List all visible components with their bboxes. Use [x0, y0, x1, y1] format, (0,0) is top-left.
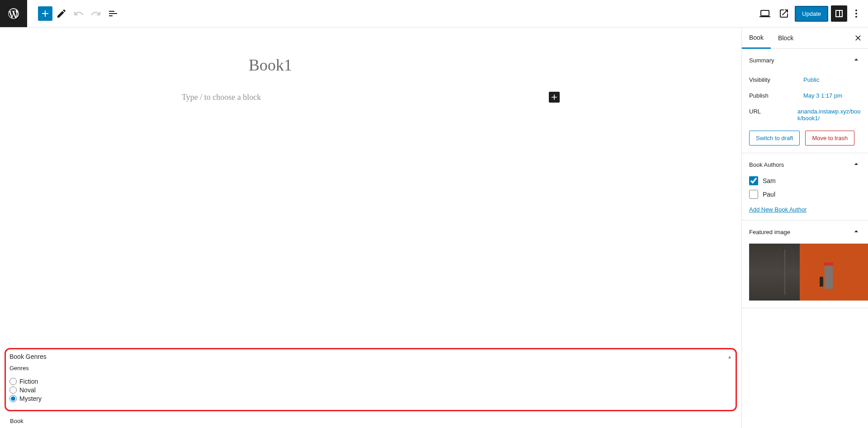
image-decoration [800, 244, 868, 301]
chevron-up-icon [852, 55, 861, 66]
author-checkbox-paul[interactable] [749, 190, 758, 199]
options-button[interactable] [850, 5, 863, 22]
inline-add-block-button[interactable] [549, 92, 560, 103]
close-sidebar-button[interactable] [853, 33, 863, 43]
chevron-up-icon [852, 160, 861, 170]
author-checkbox-row[interactable]: Paul [749, 190, 861, 199]
publish-row: Publish May 3 1:17 pm [749, 88, 861, 103]
genre-option[interactable]: Fiction [9, 378, 732, 385]
panel-title: Book Authors [749, 161, 784, 168]
wp-logo[interactable] [0, 0, 27, 27]
genre-label: Noval [19, 386, 36, 394]
chevron-up-icon [852, 227, 861, 237]
settings-sidebar: Book Block Summary Visibility Public Pub… [741, 28, 868, 428]
image-decoration [825, 266, 833, 289]
list-view-button[interactable] [105, 5, 121, 22]
image-decoration [784, 249, 785, 295]
svg-point-0 [855, 9, 857, 11]
summary-actions: Switch to draft Move to trash [749, 131, 861, 146]
toolbar-buttons [27, 5, 121, 22]
author-checkbox-sam[interactable] [749, 176, 758, 185]
image-decoration [820, 277, 823, 287]
genre-label: Fiction [19, 378, 38, 385]
genre-label: Mystery [19, 395, 42, 402]
tab-book[interactable]: Book [742, 28, 771, 49]
publish-value[interactable]: May 3 1:17 pm [803, 92, 842, 99]
visibility-value[interactable]: Public [803, 76, 819, 83]
genre-radio-mystery[interactable] [9, 395, 17, 402]
author-label: Sam [763, 177, 776, 184]
url-value[interactable]: ananda.instawp.xyz/book/book1/ [797, 108, 861, 122]
summary-panel-body: Visibility Public Publish May 3 1:17 pm … [742, 72, 868, 153]
genre-option[interactable]: Noval [9, 386, 732, 394]
update-button[interactable]: Update [795, 6, 828, 22]
edit-tool-button[interactable] [53, 5, 70, 22]
switch-to-draft-button[interactable]: Switch to draft [749, 131, 800, 146]
genre-radio-noval[interactable] [9, 386, 17, 394]
editor-content: Book1 Type / to choose a block [113, 28, 628, 103]
tab-block[interactable]: Block [771, 28, 801, 48]
undo-icon [73, 8, 84, 19]
authors-panel-header[interactable]: Book Authors [742, 153, 868, 176]
external-link-icon [778, 8, 789, 19]
sidebar-tabs: Book Block [742, 28, 868, 49]
wordpress-icon [7, 7, 20, 20]
panel-title: Summary [749, 57, 774, 64]
view-post-button[interactable] [776, 5, 792, 22]
visibility-label: Visibility [749, 76, 803, 83]
genre-radio-fiction[interactable] [9, 378, 17, 385]
svg-point-2 [855, 16, 857, 18]
move-to-trash-button[interactable]: Move to trash [805, 131, 854, 146]
redo-icon [90, 8, 101, 19]
plus-icon [550, 93, 559, 102]
preview-button[interactable] [757, 5, 773, 22]
pencil-icon [56, 8, 67, 19]
list-icon [108, 8, 118, 19]
meta-boxes: Book Genres ▲ Genres Fiction Noval Myste… [0, 343, 741, 428]
block-placeholder[interactable]: Type / to choose a block [182, 93, 261, 102]
more-vertical-icon [851, 8, 862, 19]
publish-label: Publish [749, 92, 803, 99]
summary-panel: Summary Visibility Public Publish May 3 … [742, 49, 868, 153]
toolbar-left [0, 0, 121, 27]
laptop-icon [760, 8, 770, 19]
metabox-header[interactable]: Book Genres ▲ [9, 351, 732, 365]
authors-panel: Book Authors Sam Paul Add New Book Autho… [742, 153, 868, 221]
settings-panel-toggle[interactable] [831, 5, 847, 22]
plus-icon [40, 8, 51, 19]
post-title[interactable]: Book1 [249, 56, 561, 75]
redo-button[interactable] [88, 5, 104, 22]
metabox-title: Book Genres [9, 353, 47, 360]
undo-button[interactable] [71, 5, 87, 22]
sidebar-icon [834, 8, 844, 19]
genre-option[interactable]: Mystery [9, 395, 732, 402]
main-layout: Book1 Type / to choose a block Book Genr… [0, 28, 868, 428]
url-row: URL ananda.instawp.xyz/book/book1/ [749, 103, 861, 126]
image-decoration [824, 263, 833, 265]
add-block-button[interactable] [38, 6, 52, 21]
close-icon [854, 33, 863, 42]
panel-title: Featured image [749, 229, 790, 235]
genres-label: Genres [9, 365, 732, 372]
block-placeholder-row: Type / to choose a block [181, 92, 561, 103]
url-label: URL [749, 108, 797, 122]
author-label: Paul [763, 191, 775, 198]
featured-image-thumbnail[interactable] [749, 244, 868, 301]
toolbar-right: Update [757, 5, 868, 22]
summary-panel-header[interactable]: Summary [742, 49, 868, 72]
breadcrumb[interactable]: Book [0, 414, 741, 428]
svg-point-1 [855, 13, 857, 14]
author-checkbox-row[interactable]: Sam [749, 176, 861, 185]
visibility-row: Visibility Public [749, 72, 861, 88]
featured-image-panel: Featured image [742, 221, 868, 308]
book-genres-metabox: Book Genres ▲ Genres Fiction Noval Myste… [5, 348, 737, 411]
chevron-up-icon[interactable]: ▲ [727, 354, 732, 359]
add-author-link[interactable]: Add New Book Author [749, 206, 807, 213]
authors-panel-body: Sam Paul Add New Book Author [742, 176, 868, 220]
editor-area: Book1 Type / to choose a block Book Genr… [0, 28, 741, 428]
featured-panel-header[interactable]: Featured image [742, 221, 868, 244]
top-toolbar: Update [0, 0, 868, 28]
